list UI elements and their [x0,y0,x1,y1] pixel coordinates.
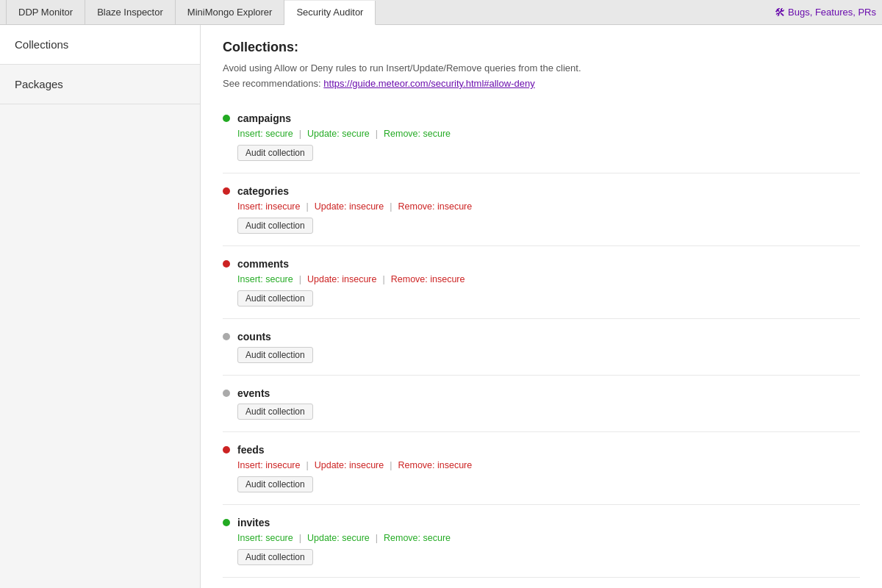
sidebar-item-collections[interactable]: Collections [0,25,200,65]
status-dot [223,390,230,397]
collection-name: categories [237,185,289,197]
collection-item: countsAudit collection [223,319,860,376]
collection-header: feeds [223,444,860,456]
collection-item: meteor_accounts_loginServiceConfiguratio… [223,578,860,588]
collection-name: counts [237,331,271,343]
audit-collection-button[interactable]: Audit collection [237,549,313,565]
bugs-features-link[interactable]: 🛠 Bugs, Features, PRs [775,7,876,18]
remove-status: Remove: insecure [392,460,478,470]
collection-item: eventsAudit collection [223,376,860,432]
insert-status: Insert: secure [237,533,299,543]
collection-name: feeds [237,444,265,456]
status-dot [223,115,230,122]
collection-status-row: Insert: secure | Update: secure | Remove… [237,533,860,543]
update-status: Update: secure [301,533,376,543]
update-status: Update: insecure [309,460,390,470]
collection-item: categories Insert: insecure | Update: in… [223,173,860,246]
collection-status-row: Insert: insecure | Update: insecure | Re… [237,460,860,470]
recommendations-text: See recommendations: https://guide.meteo… [223,78,860,89]
collection-header: categories [223,185,860,197]
remove-status: Remove: insecure [392,201,478,212]
tabs-left: DDP MonitorBlaze InspectorMiniMongo Expl… [6,0,376,24]
sidebar: CollectionsPackages [0,25,201,588]
update-status: Update: insecure [301,274,383,284]
tab-ddp-monitor[interactable]: DDP Monitor [6,0,85,24]
collection-name: campaigns [237,112,291,124]
remove-status: Remove: secure [378,533,456,543]
collection-status-row: Insert: secure | Update: insecure | Remo… [237,274,860,284]
bugs-features-label: Bugs, Features, PRs [788,7,876,18]
remove-status: Remove: secure [378,129,456,139]
main-layout: CollectionsPackages Collections: Avoid u… [0,25,882,588]
audit-collection-button[interactable]: Audit collection [237,290,313,306]
tab-bar: DDP MonitorBlaze InspectorMiniMongo Expl… [0,0,882,25]
content-area: Collections: Avoid using Allow or Deny r… [201,25,882,588]
tab-minimongo-explorer[interactable]: MiniMongo Explorer [176,0,285,24]
status-dot [223,446,230,453]
status-dot [223,187,230,195]
collection-status-row: Insert: insecure | Update: insecure | Re… [237,201,860,212]
sidebar-item-packages[interactable]: Packages [0,65,200,104]
collection-header: comments [223,258,860,270]
collection-name: invites [237,517,270,528]
update-status: Update: secure [301,129,376,139]
tab-security-auditor[interactable]: Security Auditor [284,1,376,25]
insert-status: Insert: insecure [237,201,306,212]
description-text: Avoid using Allow or Deny rules to run I… [223,62,860,74]
audit-collection-button[interactable]: Audit collection [237,347,313,363]
collection-header: campaigns [223,112,860,124]
remove-status: Remove: insecure [385,274,471,284]
collection-status-row: Insert: secure | Update: secure | Remove… [237,129,860,139]
insert-status: Insert: insecure [237,460,306,470]
collection-name: comments [237,258,289,270]
collection-header: counts [223,331,860,343]
collection-item: campaigns Insert: secure | Update: secur… [223,101,860,173]
audit-collection-button[interactable]: Audit collection [237,476,313,492]
insert-status: Insert: secure [237,129,299,139]
collection-item: feeds Insert: insecure | Update: insecur… [223,432,860,505]
update-status: Update: insecure [309,201,390,212]
collection-header: invites [223,517,860,528]
insert-status: Insert: secure [237,274,299,284]
bug-icon: 🛠 [775,7,785,18]
status-dot [223,519,230,526]
collection-header: events [223,387,860,399]
page-title: Collections: [223,40,860,55]
status-dot [223,333,230,340]
tab-blaze-inspector[interactable]: Blaze Inspector [85,0,176,24]
audit-collection-button[interactable]: Audit collection [237,404,313,420]
collection-item: comments Insert: secure | Update: insecu… [223,246,860,319]
status-dot [223,260,230,268]
collection-item: invites Insert: secure | Update: secure … [223,505,860,578]
recommendations-link[interactable]: https://guide.meteor.com/security.html#a… [323,78,534,89]
collection-name: events [237,387,270,399]
audit-collection-button[interactable]: Audit collection [237,145,313,161]
audit-collection-button[interactable]: Audit collection [237,218,313,234]
collections-list: campaigns Insert: secure | Update: secur… [223,101,860,588]
